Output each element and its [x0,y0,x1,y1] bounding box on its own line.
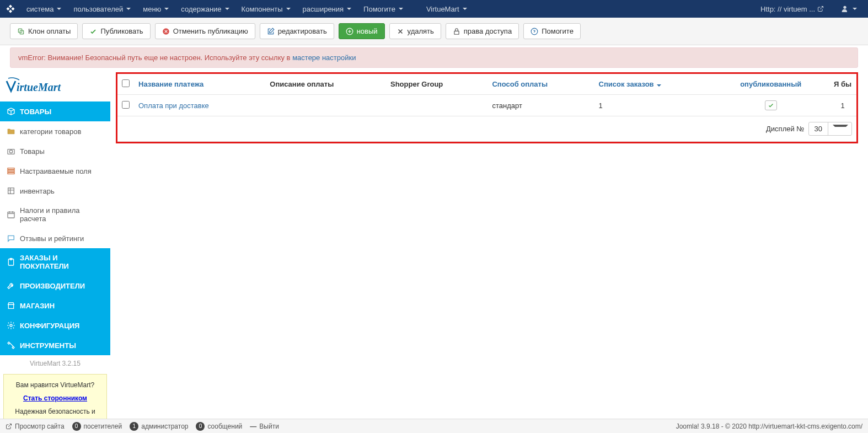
virtuemart-logo[interactable]: irtueMart [0,72,110,101]
visitors-count[interactable]: 0посетителей [72,422,122,431]
nav-users[interactable]: пользователей [68,2,136,17]
sidebar-config-header[interactable]: КОНФИГУРАЦИЯ [0,316,110,335]
th-payment-desc: Описание оплаты [265,74,386,95]
edit-icon [267,28,275,35]
messages-count[interactable]: 0сообщений [196,422,242,431]
sidebar-inventory[interactable]: инвентарь [0,181,110,201]
payment-methods-table: Название платежа Описание оплаты Shopper… [117,74,856,142]
caret-down-icon [286,8,291,10]
topnav-left: система пользователей меню содержание Ко… [6,2,473,17]
copy-icon [17,28,25,35]
permissions-button[interactable]: права доступа [446,23,519,39]
nav-content[interactable]: содержание [175,2,234,17]
payment-name-link[interactable]: Оплата при доставке [138,101,209,110]
main-layout: irtueMart ТОВАРЫ категории товаров Товар… [0,72,868,433]
question-icon [531,28,538,35]
sidebar: irtueMart ТОВАРЫ категории товаров Товар… [0,72,110,433]
sidebar-categories[interactable]: категории товаров [0,121,110,141]
plus-icon [346,28,353,35]
nav-help[interactable]: Помогите [358,2,409,17]
td-display: Дисплей № 30 [117,116,856,142]
sort-desc-icon [657,84,661,87]
cancel-icon [162,28,170,35]
promo-cta-link[interactable]: Стать сторонником [8,393,102,403]
logout-link[interactable]: —Выйти [250,423,279,430]
sidebar-manufacturers-header[interactable]: ПРОИЗВОДИТЕЛИ [0,276,110,296]
svg-rect-12 [8,173,14,174]
svg-point-17 [10,324,12,327]
th-payment-name[interactable]: Название платежа [134,74,265,95]
sidebar-custom-fields[interactable]: Настраиваемые поля [0,161,110,181]
display-dropdown-toggle[interactable] [828,122,851,135]
footer-left: Просмотр сайта 0посетителей 1администрат… [6,422,279,431]
payment-table-highlight: Название платежа Описание оплаты Shopper… [116,72,858,143]
caret-down-icon [833,125,848,131]
th-published[interactable]: опубликованный [712,74,829,95]
help-button[interactable]: Помогите [523,23,581,39]
svg-rect-11 [8,170,14,172]
toolbar: Клон оплаты Публиковать Отменить публика… [0,18,868,45]
nav-menus[interactable]: меню [137,2,174,17]
alert-text: vmError: Внимание! Безопасный путь еще н… [18,54,292,62]
nav-virtuemart[interactable]: VirtueMart [421,2,473,17]
site-link[interactable]: Http: // virtuem ... [755,2,829,17]
sidebar-orders-header[interactable]: ЗАКАЗЫ И ПОКУПАТЕЛИ [0,248,110,276]
external-link-icon [6,423,12,430]
th-id: Я бы [829,74,856,95]
th-list-order[interactable]: Список заказов [594,74,713,95]
delete-button[interactable]: удалять [389,23,441,39]
published-toggle[interactable] [765,100,777,110]
nav-system[interactable]: система [21,2,67,17]
clone-button[interactable]: Клон оплаты [10,23,78,39]
edit-button[interactable]: редактировать [260,23,334,39]
table-header-row: Название платежа Описание оплаты Shopper… [117,74,856,95]
footer-copyright: Joomla! 3.9.18 - © 2020 http://virtuemar… [676,423,862,430]
caret-down-icon [225,8,229,10]
virtuemart-version: VirtueMart 3.2.15 [0,355,110,372]
sidebar-menu: ТОВАРЫ категории товаров Товары Настраив… [0,101,110,355]
svg-rect-10 [8,168,14,170]
sidebar-shop-header[interactable]: МАГАЗИН [0,296,110,316]
select-all-checkbox[interactable] [122,79,130,87]
view-site-link[interactable]: Просмотр сайта [6,423,65,430]
sidebar-taxes[interactable]: Налоги и правила расчета [0,201,110,228]
status-bar: Просмотр сайта 0посетителей 1администрат… [0,419,868,433]
joomla-icon[interactable] [6,4,15,14]
td-id: 1 [829,95,856,116]
inventory-icon [7,186,15,195]
calendar-icon [7,210,15,219]
caret-down-icon [853,8,857,10]
display-limit-select[interactable]: 30 [808,122,852,136]
nav-extensions[interactable]: расширения [297,2,357,17]
check-icon [89,28,97,35]
sidebar-reviews[interactable]: Отзывы и рейтинги [0,228,110,248]
th-checkbox [117,74,134,95]
new-button[interactable]: новый [339,23,385,39]
publish-button[interactable]: Публиковать [82,23,150,39]
sidebar-tools-header[interactable]: ИНСТРУМЕНТЫ [0,335,110,355]
th-payment-method[interactable]: Способ оплаты [487,74,594,95]
user-menu[interactable] [835,1,862,17]
caret-down-icon [347,8,351,10]
th-shopper-group: Shopper Group [386,74,487,95]
table-footer-row: Дисплей № 30 [117,116,856,142]
sidebar-products[interactable]: Товары [0,141,110,161]
nav-components[interactable]: Компоненты [236,2,296,17]
lock-icon [453,28,460,35]
svg-text:irtueMart: irtueMart [17,81,61,93]
table-row: Оплата при доставке стандарт 1 1 [117,95,856,116]
sidebar-products-header[interactable]: ТОВАРЫ [0,101,110,121]
gear-icon [7,321,15,330]
caret-down-icon [57,8,61,10]
content-area: Название платежа Описание оплаты Shopper… [110,72,868,433]
svg-rect-5 [454,31,459,34]
alert-link[interactable]: мастере настройки [292,54,356,62]
x-icon [397,28,404,35]
visitors-badge: 0 [72,422,81,431]
tools-icon [7,341,15,350]
clipboard-icon [7,258,15,266]
admins-count[interactable]: 1администратор [130,422,188,431]
svg-point-9 [9,150,12,153]
row-checkbox[interactable] [122,101,130,109]
unpublish-button[interactable]: Отменить публикацию [155,23,255,39]
